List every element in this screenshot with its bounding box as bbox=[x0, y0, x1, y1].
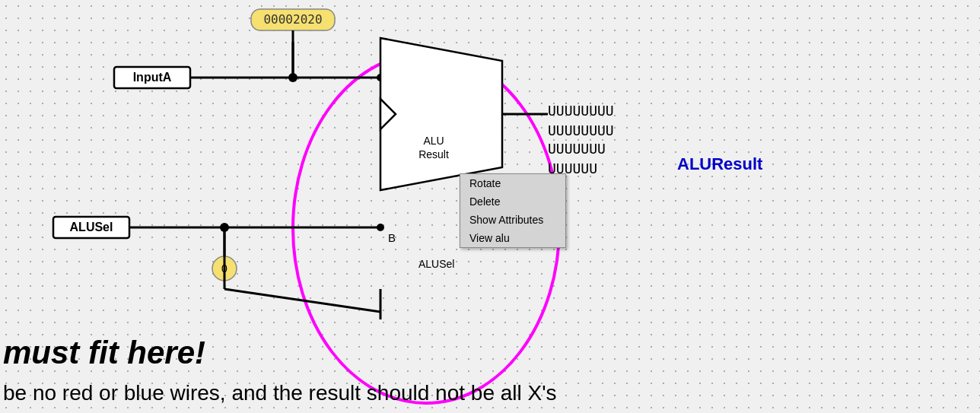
svg-text:00002020: 00002020 bbox=[263, 12, 322, 27]
must-fit-text: must fit here! bbox=[3, 335, 205, 371]
svg-text:UUUUUUUU: UUUUUUUU bbox=[548, 122, 614, 138]
svg-text:ALUSel: ALUSel bbox=[70, 221, 113, 234]
svg-text:UUUUUUU: UUUUUUU bbox=[548, 141, 606, 157]
svg-text:Result: Result bbox=[418, 148, 449, 160]
svg-text:UUUUUUUU: UUUUUUUU bbox=[548, 103, 614, 119]
svg-text:ALU: ALU bbox=[423, 135, 444, 147]
context-menu-delete[interactable]: Delete bbox=[460, 192, 565, 211]
svg-text:B: B bbox=[388, 231, 396, 244]
context-menu-rotate[interactable]: Rotate bbox=[460, 174, 565, 192]
subtitle-text: be no red or blue wires, and the result … bbox=[3, 381, 557, 405]
context-menu: Rotate Delete Show Attributes View alu bbox=[460, 173, 566, 248]
context-menu-view-alu[interactable]: View alu bbox=[460, 229, 565, 247]
svg-text:InputA: InputA bbox=[133, 71, 172, 84]
svg-point-25 bbox=[377, 224, 384, 231]
svg-text:ALUSel: ALUSel bbox=[418, 258, 454, 270]
context-menu-show-attributes[interactable]: Show Attributes bbox=[460, 211, 565, 229]
svg-marker-11 bbox=[380, 38, 502, 190]
alu-result-label: ALUResult bbox=[677, 154, 762, 174]
